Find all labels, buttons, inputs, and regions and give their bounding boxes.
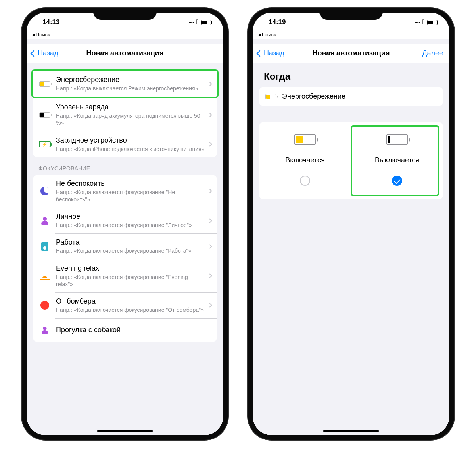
sheet-gap [253,39,449,44]
chevron-right-icon [207,82,212,86]
row-title: Не беспокоить [56,180,205,188]
notch [319,8,383,20]
page-title: Новая автоматизация [259,49,443,57]
low-power-icon [265,94,276,99]
chevron-right-icon [207,189,212,193]
back-button[interactable]: Назад [31,49,58,57]
row-subtitle: Напр.: «Когда заряд аккумулятора подниме… [56,112,205,126]
choice-turns-on[interactable]: Включается [259,134,351,186]
chevron-right-icon [207,218,212,223]
sunset-icon [38,269,51,282]
row-title: Уровень заряда [56,103,205,111]
row-title: Работа [56,238,205,246]
row-subtitle: Напр.: «Когда iPhone подключается к исто… [56,145,205,153]
content-left[interactable]: Энергосбережение Напр.: «Когда выключает… [27,63,223,435]
trigger-label: Энергосбережение [282,92,345,101]
battery-icon [201,20,211,25]
choice-label-on: Включается [285,156,324,164]
row-title: Evening relax [56,264,205,273]
row-battery-level[interactable]: Уровень заряда Напр.: «Когда заряд аккум… [33,98,217,131]
next-button[interactable]: Далее [422,49,443,57]
choice-label-off: Выключается [375,156,419,164]
phone-right: 14:19 ▪▪ 􀙇 Поиск Назад Новая автоматизац… [248,8,454,440]
moon-icon [38,185,51,197]
row-title: От бомбера [56,297,205,306]
when-title: Когда [253,63,449,87]
row-dnd[interactable]: Не беспокоить Напр.: «Когда включается ф… [33,175,217,208]
badge-icon [38,240,51,253]
row-title: Зарядное устройство [56,136,205,145]
row-title: Личное [56,212,205,221]
row-title: Энергосбережение [56,76,205,84]
highlight-box: Энергосбережение Напр.: «Когда выключает… [31,69,219,98]
row-subtitle: Напр.: «Когда включается фокусирование "… [56,306,205,313]
home-indicator[interactable] [323,430,379,432]
chevron-right-icon [207,113,212,117]
section-header-focus: ФОКУСИРОВАНИЕ [27,165,223,175]
status-time: 14:19 [269,18,286,26]
people-icon [38,324,51,336]
page-title: Новая автоматизация [33,49,217,57]
trigger-summary: Энергосбережение [259,87,443,106]
battery-level-icon [38,109,51,121]
row-low-power-mode[interactable]: Энергосбережение Напр.: «Когда выключает… [33,71,217,97]
row-subtitle: Напр.: «Когда выключается Режим энергосб… [56,85,205,92]
row-work[interactable]: Работа Напр.: «Когда включается фокусиро… [33,233,217,259]
red-circle-icon [38,299,51,311]
status-icons: ▪▪ 􀙇 [189,18,211,26]
radio-unchecked[interactable] [300,176,310,186]
screen-right: 14:19 ▪▪ 􀙇 Поиск Назад Новая автоматизац… [253,13,449,435]
row-dog-walk[interactable]: Прогулка с собакой [33,318,217,342]
row-subtitle: Напр.: «Когда включается фокусирование "… [56,247,205,254]
chevron-right-icon [207,142,212,146]
status-icons: ▪▪ 􀙇 [415,18,438,26]
row-title: Прогулка с собакой [56,326,211,334]
battery-on-icon [294,134,316,145]
screen-left: 14:13 ▪▪ 􀙇 Поиск Назад Новая автоматизац… [27,13,223,435]
home-indicator[interactable] [97,430,153,432]
row-evening-relax[interactable]: Evening relax Напр.: «Когда включается ф… [33,260,217,292]
row-subtitle: Напр.: «Когда включается фокусирование "… [56,273,205,288]
status-time: 14:13 [42,18,60,26]
wifi-icon: 􀙇 [422,18,425,26]
row-personal[interactable]: Личное Напр.: «Когда включается фокусиро… [33,208,217,233]
chevron-right-icon [207,303,212,308]
nav-header: Назад Новая автоматизация [27,44,223,63]
charger-icon: ⚡ [38,138,51,151]
choice-turns-off[interactable]: Выключается [351,134,443,186]
wifi-icon: 􀙇 [196,18,199,26]
row-subtitle: Напр.: «Когда включается фокусирование "… [56,222,205,229]
signal-icon: ▪▪ [189,20,194,25]
row-bomber[interactable]: От бомбера Напр.: «Когда включается фоку… [33,292,217,318]
content-right[interactable]: Когда Энергосбережение Включается Выключ… [253,63,449,435]
phone-left: 14:13 ▪▪ 􀙇 Поиск Назад Новая автоматизац… [22,8,228,440]
signal-icon: ▪▪ [415,20,420,25]
sheet-gap [27,39,223,44]
battery-off-icon [386,134,408,145]
person-icon [38,214,51,227]
back-to-search[interactable]: Поиск [253,32,449,39]
back-button[interactable]: Назад [257,49,284,57]
back-to-search[interactable]: Поиск [27,32,223,39]
row-subtitle: Напр.: «Когда включается фокусирование "… [56,189,205,203]
chevron-right-icon [207,274,212,278]
notch [93,8,157,20]
battery-icon [427,20,438,25]
low-power-icon [38,78,51,90]
nav-header: Назад Новая автоматизация Далее [253,44,449,63]
choice-card: Включается Выключается [259,122,443,199]
radio-checked[interactable] [392,176,402,186]
chevron-right-icon [207,244,212,248]
row-charger[interactable]: ⚡ Зарядное устройство Напр.: «Когда iPho… [33,132,217,157]
